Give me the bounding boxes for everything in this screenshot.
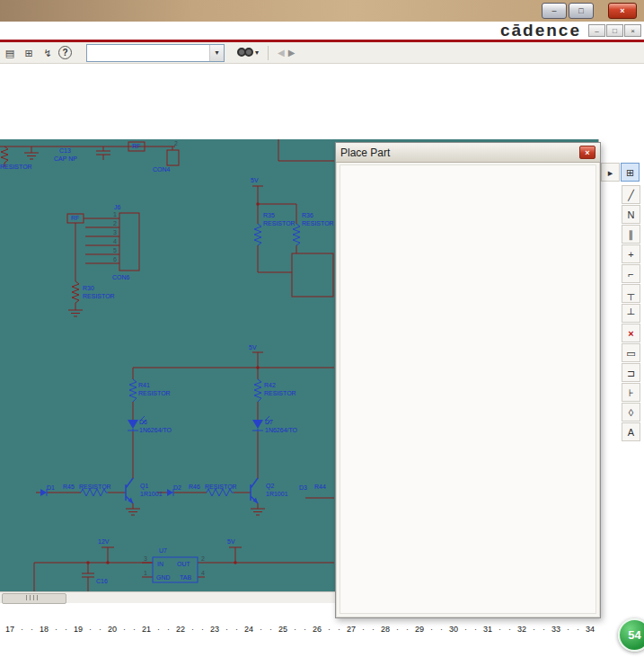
find-dropdown-icon[interactable]: ▾ <box>255 49 259 57</box>
ruler-tick: · <box>533 625 535 634</box>
ruler-tick: · <box>269 625 272 634</box>
ruler-number: 21 <box>142 625 151 634</box>
overlay-counter-badge[interactable]: 54 <box>618 618 644 652</box>
window-maximize-button[interactable]: □ <box>569 3 594 19</box>
ruler-tick: · <box>123 625 126 634</box>
app-close-button[interactable]: × <box>624 24 641 37</box>
ruler-tick: · <box>65 625 67 634</box>
place-power-icon[interactable]: ┬ <box>622 284 640 303</box>
place-part-icon[interactable]: ⊞ <box>621 163 640 182</box>
schematic-label: R44 <box>314 484 326 490</box>
place-off-page-connector-icon[interactable]: ◊ <box>622 403 640 422</box>
schematic-label: RESISTOR <box>264 390 296 396</box>
place-pin-icon[interactable]: ⊦ <box>622 383 640 402</box>
dialog-titlebar[interactable]: Place Part × <box>336 143 600 163</box>
cadence-logo: cādence <box>500 22 581 40</box>
schematic-label: 4 <box>113 238 117 244</box>
schematic-label: Q1 <box>140 483 148 489</box>
desktop-window-controls: –□× <box>542 3 637 19</box>
schematic-label: R30 <box>83 285 94 291</box>
part-search-combo[interactable]: ▾ <box>86 44 225 62</box>
toolbar-left-icons: ▤⊞↯? <box>2 45 72 61</box>
place-bus-entry-icon[interactable]: ⌐ <box>622 264 640 283</box>
ruler-number: 34 <box>586 625 595 634</box>
back-button[interactable]: ◀ <box>276 45 287 61</box>
place-text-icon[interactable]: A <box>622 422 640 441</box>
place-ground-icon[interactable]: ┴ <box>622 304 640 323</box>
schematic-label: RF <box>71 215 79 221</box>
app-window-controls: –□× <box>588 24 641 37</box>
schematic-label: Q2 <box>266 483 274 489</box>
dialog-close-button[interactable]: × <box>579 146 595 159</box>
schematic-label: 3 <box>113 229 117 235</box>
schematic-label: RESISTOR <box>79 484 111 490</box>
place-hierarchical-block-icon[interactable]: ▭ <box>622 343 640 362</box>
app-restore-button[interactable]: □ <box>606 24 623 37</box>
schematic-label: 4 <box>201 570 205 576</box>
combo-dropdown-button[interactable]: ▾ <box>209 45 224 61</box>
binoculars-icon <box>237 46 252 58</box>
ruler-tick: · <box>201 625 204 634</box>
schematic-label: 5V <box>251 177 259 183</box>
place-net-alias-icon[interactable]: N <box>622 205 640 224</box>
schematic-label: RESISTOR <box>83 293 115 299</box>
ruler-tick: · <box>304 625 306 634</box>
schematic-label: 6 <box>113 256 117 262</box>
schematic-label: 12V <box>98 538 109 545</box>
schematic-label: R42 <box>264 382 276 388</box>
ruler-tick: · <box>567 625 569 634</box>
ruler-tick: · <box>328 625 331 634</box>
desktop-titlebar: –□× <box>0 0 644 22</box>
place-wire-icon[interactable]: ╱ <box>622 185 640 204</box>
schematic-label: 1 <box>144 570 147 576</box>
place-bus-icon[interactable]: ∥ <box>622 225 640 244</box>
help-icon[interactable]: ? <box>58 46 72 59</box>
scrollbar-grip-icon <box>26 595 38 600</box>
app-minimize-button[interactable]: – <box>588 24 605 37</box>
place-junction-icon[interactable]: + <box>622 244 640 263</box>
ruler-tick: · <box>396 625 399 634</box>
ruler-tick: · <box>191 625 194 634</box>
part-search-input[interactable] <box>87 45 209 61</box>
ruler-number: 25 <box>278 625 287 634</box>
ruler-number: 26 <box>313 625 322 634</box>
window-close-button[interactable]: × <box>608 3 637 19</box>
window-icon[interactable]: ▤ <box>2 45 18 61</box>
ruler-number: 27 <box>347 625 356 634</box>
schematic-label: R36 <box>302 212 313 218</box>
ruler-tick: · <box>464 625 467 634</box>
main-toolbar: ▤⊞↯? ▾ ▾ ◀ ▶ <box>0 42 644 64</box>
ruler-number: 22 <box>176 625 185 634</box>
find-button[interactable] <box>235 45 254 61</box>
schematic-label: R41 <box>138 382 150 388</box>
select-tool-icon[interactable]: ▸ <box>601 163 620 182</box>
window-minimize-button[interactable]: – <box>542 3 567 19</box>
schematic-label: GND <box>156 574 171 581</box>
place-port-icon[interactable]: ⊐ <box>622 363 640 382</box>
schematic-label: 1R1001 <box>140 491 163 497</box>
place-no-connect-icon[interactable]: × <box>622 324 640 342</box>
ruler-tick: · <box>577 625 579 634</box>
ruler-number: 31 <box>483 625 492 634</box>
schematic-label: IN <box>157 561 163 567</box>
schematic-label: 5 <box>113 247 117 253</box>
schematic-label: 2 <box>113 220 117 226</box>
schematic-label: CON6 <box>112 274 129 280</box>
schematic-label: C16 <box>96 578 108 584</box>
ruler-number: 30 <box>449 625 458 634</box>
wire-tool-icon[interactable]: ↯ <box>40 45 56 61</box>
schematic-label: J6 <box>114 204 120 210</box>
schematic-label: RESISTOR <box>302 220 334 226</box>
ruler-number: 33 <box>551 625 560 634</box>
ruler-number: 18 <box>40 625 49 634</box>
forward-button[interactable]: ▶ <box>287 45 297 61</box>
scrollbar-thumb[interactable] <box>2 593 66 604</box>
schematic-label: 2 <box>174 140 178 146</box>
schematic-label: OUT <box>177 561 190 567</box>
ruler-tick: · <box>235 625 238 634</box>
ruler-tick: · <box>372 625 375 634</box>
right-toolbar: ▸⊞ ╱N∥+⌐┬┴×▭⊐⊦◊A <box>600 139 644 602</box>
dialog-title: Place Part <box>340 146 390 159</box>
ruler-number: 19 <box>74 625 83 634</box>
annotate-icon[interactable]: ⊞ <box>21 45 37 61</box>
